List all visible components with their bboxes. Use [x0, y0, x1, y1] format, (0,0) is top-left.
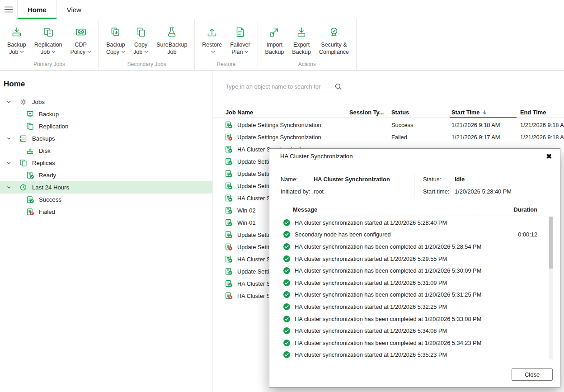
- ribbon-button-label: CDPPolicy: [70, 41, 91, 56]
- sidebar-item-jobs[interactable]: Jobs: [0, 96, 212, 108]
- dialog-message-row[interactable]: HA cluster synchronization started at 1/…: [277, 253, 543, 265]
- sidebar-item-failed[interactable]: Failed: [0, 206, 212, 218]
- chevron-down-icon[interactable]: [6, 161, 12, 165]
- job-success-icon: [225, 255, 232, 263]
- success-check-icon: [283, 219, 291, 227]
- dialog-message-row[interactable]: HA cluster synchronization has been comp…: [277, 313, 543, 325]
- success-check-icon: [283, 339, 291, 347]
- sidebar-item-replication[interactable]: Replication: [0, 120, 212, 132]
- field-status-value: Idle: [455, 176, 465, 183]
- ribbon-group-secondary-jobs: BackupCopyCopyJobSureBackupJobSecondary …: [99, 19, 195, 70]
- table-header: Job Name Session Ty... Status Start Time…: [213, 108, 564, 118]
- cell-start-time: 1/21/2026 9:18 AM: [451, 121, 500, 128]
- dialog-title: HA Cluster Synchronization: [280, 153, 353, 160]
- sidebar-item-disk[interactable]: Disk: [0, 145, 212, 157]
- backup-copy-icon: [110, 25, 122, 39]
- dialog-message-row[interactable]: HA cluster synchronization started at 1/…: [277, 325, 543, 337]
- backups-icon: [19, 135, 27, 142]
- ribbon-button-copy-job[interactable]: CopyJob: [129, 24, 152, 58]
- cell-job-name: Update Settings Synchronization: [237, 121, 321, 128]
- ribbon-group-actions: ImportBackupExportBackupSecurity &Compli…: [258, 19, 357, 70]
- column-header-duration[interactable]: Duration: [513, 206, 537, 213]
- ribbon-button-export-backup[interactable]: ExportBackup: [288, 24, 315, 58]
- sidebar-item-backups[interactable]: Backups: [0, 132, 212, 145]
- message-text: HA cluster synchronization started at 1/…: [295, 255, 447, 262]
- security-compliance-icon: [328, 25, 340, 39]
- job-success-icon: [225, 231, 232, 238]
- ribbon-button-cdp-policy[interactable]: CDPPolicy: [66, 24, 95, 58]
- close-button[interactable]: Close: [512, 368, 553, 381]
- sidebar-item-backup[interactable]: Backup: [0, 108, 212, 120]
- dialog-message-row[interactable]: HA cluster synchronization has been comp…: [277, 337, 543, 349]
- hamburger-menu-icon[interactable]: [0, 0, 17, 19]
- chevron-down-icon[interactable]: [6, 99, 12, 104]
- dialog-message-row[interactable]: HA cluster synchronization started at 1/…: [277, 277, 543, 289]
- dialog-message-row[interactable]: HA cluster synchronization started at 1/…: [277, 301, 543, 313]
- column-header-end-time[interactable]: End Time: [520, 109, 546, 116]
- search-icon[interactable]: [334, 83, 343, 90]
- field-name-value: HA Cluster Synchronization: [314, 176, 390, 183]
- page-title: Home: [0, 71, 212, 96]
- message-text: HA cluster synchronization started at 1/…: [295, 351, 447, 358]
- ribbon-button-replication-job[interactable]: ReplicationJob: [30, 24, 66, 58]
- dialog-message-row[interactable]: HA cluster synchronization has been comp…: [277, 289, 543, 301]
- column-header-start-time[interactable]: Start Time: [450, 108, 517, 118]
- ribbon-button-failover-plan[interactable]: FailoverPlan: [226, 24, 254, 58]
- sidebar-item-last-24-hours[interactable]: Last 24 Hours: [0, 181, 212, 194]
- success-check-icon: [283, 327, 291, 335]
- search-input[interactable]: [226, 83, 334, 90]
- close-icon[interactable]: ✖: [546, 153, 552, 160]
- ribbon-button-label: Security &Compliance: [319, 41, 349, 56]
- sidebar-item-label: Replication: [39, 123, 68, 130]
- job-success-icon: [225, 170, 232, 177]
- job-success-icon: [225, 279, 232, 287]
- dialog-message-row[interactable]: Secondary node has been configured0:00:1…: [277, 229, 543, 241]
- cell-job-name: Win-02: [237, 207, 256, 213]
- dialog-message-row[interactable]: HA cluster synchronization has been comp…: [277, 241, 543, 253]
- ribbon-button-surebackup-job[interactable]: SureBackupJob: [152, 24, 191, 58]
- sidebar-item-label: Disk: [39, 147, 51, 154]
- scrollbar-thumb[interactable]: [549, 217, 553, 269]
- table-row[interactable]: Update Settings SynchronizationSuccess1/…: [213, 118, 564, 131]
- success-check-icon: [283, 315, 291, 323]
- ribbon-button-import-backup[interactable]: ImportBackup: [261, 24, 288, 58]
- ribbon-button-security-compliance[interactable]: Security &Compliance: [315, 24, 353, 58]
- column-header-job-name[interactable]: Job Name: [226, 109, 253, 116]
- sidebar-item-success[interactable]: Success: [0, 194, 212, 206]
- job-failed-icon: [225, 133, 232, 141]
- table-row[interactable]: Update Settings SynchronizationFailed1/2…: [213, 131, 564, 143]
- ribbon-button-label: ImportBackup: [265, 41, 284, 56]
- dialog-scrollbar[interactable]: [549, 217, 553, 359]
- cell-status: Failed: [391, 133, 407, 140]
- chevron-down-icon[interactable]: [6, 136, 12, 141]
- ribbon-button-label: Restore: [202, 41, 222, 56]
- chevron-down-icon[interactable]: [6, 185, 12, 190]
- dialog-title-bar: HA Cluster Synchronization ✖: [269, 149, 560, 164]
- sidebar-item-label: Ready: [39, 172, 56, 179]
- tab-view[interactable]: View: [57, 0, 91, 19]
- cell-job-name: Update Settings Synchronization: [237, 133, 321, 140]
- cell-status: Success: [391, 121, 413, 128]
- sidebar-item-ready[interactable]: Ready: [0, 169, 212, 181]
- message-list: HA cluster synchronization started at 1/…: [277, 217, 543, 362]
- column-header-message[interactable]: Message: [293, 206, 317, 213]
- tab-home[interactable]: Home: [17, 0, 57, 19]
- job-failed-icon: [225, 292, 232, 299]
- dialog-message-row[interactable]: HA cluster synchronization started at 1/…: [277, 349, 543, 361]
- job-success-icon: [225, 194, 232, 202]
- sidebar-item-replicas[interactable]: Replicas: [0, 157, 212, 169]
- job-success-icon: [225, 121, 232, 128]
- column-header-session-type[interactable]: Session Ty...: [349, 109, 384, 116]
- cdp-policy-icon: [75, 25, 87, 39]
- ready-icon: [26, 171, 34, 179]
- ribbon-button-restore[interactable]: Restore: [198, 24, 226, 57]
- dialog-message-row[interactable]: HA cluster synchronization started at 1/…: [277, 217, 543, 229]
- column-header-status[interactable]: Status: [391, 109, 409, 116]
- job-success-icon: [225, 267, 232, 275]
- dialog-message-row[interactable]: HA cluster synchronization has been comp…: [277, 264, 543, 277]
- message-text: HA cluster synchronization started at 1/…: [295, 279, 447, 286]
- message-text: Secondary node has been configured: [295, 231, 391, 238]
- ribbon-button-backup-job[interactable]: BackupJob: [3, 24, 30, 58]
- message-text: HA cluster synchronization started at 1/…: [295, 219, 447, 226]
- ribbon-button-backup-copy[interactable]: BackupCopy: [102, 24, 129, 58]
